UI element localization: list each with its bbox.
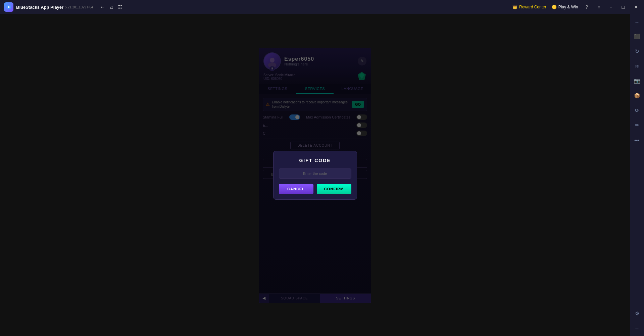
- sidebar-icon-arrow[interactable]: ←: [633, 324, 641, 333]
- sidebar-icon-2[interactable]: ⬛: [633, 32, 641, 41]
- menu-btn[interactable]: ≡: [595, 4, 602, 10]
- right-sidebar: ↔ ⬛ ↻ ≋ 📷 📦 ⟳ ✏ ••• ⚙ ←: [630, 14, 644, 336]
- app-logo: [4, 2, 13, 12]
- sidebar-icon-edit[interactable]: ✏: [633, 121, 641, 130]
- sidebar-icon-camera[interactable]: 📷: [633, 77, 641, 85]
- title-bar-right: 👑 Reward Center 🟡 Play & Win ? ≡ − □ ✕: [512, 4, 640, 10]
- back-icon[interactable]: ←: [100, 4, 105, 10]
- coin-icon: 🟡: [552, 5, 557, 9]
- modal-cancel-btn[interactable]: CANCEL: [279, 184, 313, 194]
- modal-confirm-btn[interactable]: CONFIRM: [317, 184, 351, 194]
- sidebar-icon-apk[interactable]: 📦: [633, 91, 641, 100]
- sidebar-icon-settings[interactable]: ⚙: [633, 309, 641, 318]
- gift-code-input[interactable]: [279, 169, 351, 179]
- sidebar-icon-refresh[interactable]: ⟳: [633, 106, 641, 115]
- gift-code-modal: GIFT CODE CANCEL CONFIRM: [273, 151, 357, 200]
- main-area: 9 Esper6050 Nothing's here ✎ Server: Son…: [0, 14, 630, 336]
- home-icon[interactable]: ⌂: [110, 4, 113, 10]
- maximize-btn[interactable]: □: [620, 4, 627, 10]
- windows-icon[interactable]: ☷: [118, 4, 122, 10]
- play-win-label: Play & Win: [558, 5, 578, 9]
- close-btn[interactable]: ✕: [632, 4, 640, 10]
- window-nav: ← ⌂ ☷: [100, 4, 123, 10]
- game-window: 9 Esper6050 Nothing's here ✎ Server: Son…: [259, 48, 371, 303]
- sidebar-icon-rotate[interactable]: ↻: [633, 47, 641, 56]
- play-win-btn[interactable]: 🟡 Play & Win: [552, 5, 578, 9]
- sidebar-icon-shake[interactable]: ≋: [633, 62, 641, 70]
- modal-title: GIFT CODE: [279, 158, 351, 163]
- sidebar-icon-1[interactable]: ↔: [633, 17, 641, 26]
- app-name: BlueStacks App Player: [16, 5, 63, 10]
- reward-center-btn[interactable]: 👑 Reward Center: [512, 5, 546, 9]
- modal-buttons: CANCEL CONFIRM: [279, 184, 351, 194]
- sidebar-icon-dots[interactable]: •••: [633, 136, 641, 144]
- modal-overlay: GIFT CODE CANCEL CONFIRM: [259, 48, 371, 303]
- app-version: 5.21.201.1029 P64: [65, 5, 93, 9]
- help-btn[interactable]: ?: [583, 4, 590, 10]
- minimize-btn[interactable]: −: [607, 4, 614, 10]
- reward-center-label: Reward Center: [519, 5, 546, 9]
- title-bar: BlueStacks App Player 5.21.201.1029 P64 …: [0, 0, 644, 14]
- crown-icon: 👑: [512, 5, 517, 9]
